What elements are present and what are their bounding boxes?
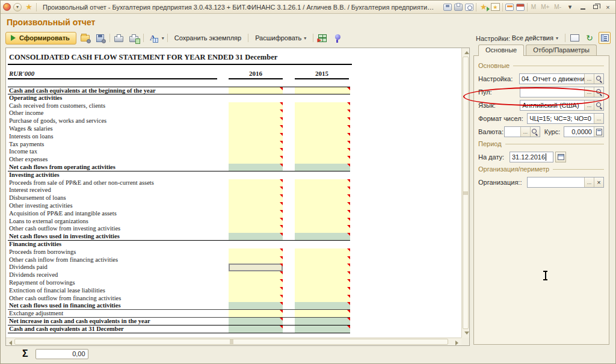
tab-filter-parameters[interactable]: Отбор/Параметры <box>526 45 597 56</box>
value-cell-2016[interactable] <box>229 156 283 164</box>
value-cell-2016[interactable] <box>229 318 283 325</box>
show-favorites-icon[interactable]: ★ <box>491 3 500 11</box>
column-header-2015[interactable]: 2015 <box>295 70 349 79</box>
row-label-cell[interactable]: Interest received <box>8 187 228 194</box>
language-input[interactable]: Английский (США) ... <box>520 100 604 111</box>
row-label-cell[interactable]: Net cash flows from operating activities <box>8 164 228 171</box>
row-label-cell[interactable]: Cash and cash equivalents at 31 December <box>8 325 228 333</box>
vertical-scroll-thumb[interactable] <box>463 57 469 329</box>
add-favorite-icon[interactable]: ★ <box>479 3 488 11</box>
row-label-cell[interactable]: Other cash outflow from investing activi… <box>8 225 228 233</box>
value-cell-2015[interactable] <box>295 310 350 317</box>
value-cell-2016[interactable] <box>229 179 283 187</box>
row-label-cell[interactable]: Cash and cash equivalents at the beginni… <box>8 87 228 94</box>
value-cell-2015[interactable] <box>295 141 350 149</box>
row-label-cell[interactable]: Repayment of borrowings <box>8 279 228 287</box>
print-icon[interactable] <box>113 32 125 44</box>
row-label-cell[interactable]: Wages & salaries <box>8 125 228 133</box>
value-cell-2016[interactable] <box>229 279 283 287</box>
favorites-star-icon[interactable]: ★ <box>24 3 34 11</box>
value-cell-2015[interactable] <box>295 264 350 271</box>
value-cell-2015[interactable] <box>295 110 350 117</box>
value-cell-2015[interactable] <box>295 248 350 256</box>
currency-ellipsis-button[interactable]: ... <box>520 127 530 137</box>
scroll-up-icon[interactable] <box>464 51 469 54</box>
value-cell-2016[interactable] <box>229 233 283 240</box>
value-cell-2015[interactable] <box>295 117 350 125</box>
row-label-cell[interactable]: Exchange adjustment <box>8 310 228 317</box>
memory-mminus-button[interactable]: M- <box>553 4 562 10</box>
format-dropdown-icon[interactable]: ▾ <box>162 35 164 41</box>
row-label-cell[interactable]: Disbursement of loans <box>8 194 228 202</box>
restore-button[interactable] <box>590 2 600 11</box>
horizontal-scrollbar[interactable] <box>6 338 461 345</box>
value-cell-2016[interactable] <box>229 148 283 156</box>
titlebar-dropdown-icon[interactable]: ▾ <box>565 2 575 11</box>
sum-field[interactable]: 0,00 <box>35 349 88 359</box>
row-label-cell[interactable]: Financing activities <box>8 241 228 248</box>
save-instance-button[interactable]: Сохранить экземпляр <box>171 32 245 43</box>
value-cell-2016[interactable] <box>229 87 283 94</box>
row-label-cell[interactable]: Net cash flows used in financing activit… <box>8 302 228 309</box>
value-cell-2016[interactable] <box>229 302 283 309</box>
row-label-cell[interactable]: Tax payments <box>8 141 228 149</box>
organization-input[interactable]: ... × <box>527 177 604 188</box>
main-menu-button[interactable]: ▾ <box>13 3 22 11</box>
value-cell-2016[interactable] <box>229 187 283 194</box>
row-label-cell[interactable]: Income tax <box>8 148 228 156</box>
value-cell-2016[interactable] <box>229 194 283 202</box>
pool-input[interactable]: ... <box>520 87 604 97</box>
value-cell-2016[interactable] <box>229 218 283 226</box>
currency-search-icon[interactable] <box>530 127 540 137</box>
value-cell-2015[interactable] <box>295 148 350 156</box>
setting-ellipsis-button[interactable]: ... <box>584 74 594 84</box>
value-cell-2016[interactable] <box>229 248 283 256</box>
titlebar-print-icon[interactable] <box>454 4 463 11</box>
value-cell-2015[interactable] <box>295 187 350 194</box>
value-cell-2016[interactable] <box>229 295 283 303</box>
value-cell-2016[interactable] <box>229 117 283 125</box>
row-label-cell[interactable]: Other investing activities <box>8 202 228 210</box>
save-settings-icon[interactable] <box>94 32 106 44</box>
value-cell-2016[interactable] <box>229 287 283 295</box>
value-cell-2015[interactable] <box>295 225 350 233</box>
value-cell-2016[interactable] <box>229 164 283 171</box>
row-label-cell[interactable]: Proceeds from borrowings <box>8 248 228 256</box>
row-label-cell[interactable]: Other cash outflow from financing activi… <box>8 295 228 303</box>
pool-ellipsis-button[interactable]: ... <box>584 87 594 97</box>
row-label-cell[interactable]: Interests on loans <box>8 133 228 141</box>
value-cell-2015[interactable] <box>295 164 350 171</box>
value-cell-2015[interactable] <box>295 295 350 303</box>
calendar-icon[interactable] <box>516 4 525 11</box>
row-label-cell[interactable]: Acquisition of PP&E and intangible asset… <box>8 210 228 218</box>
column-header-2016[interactable]: 2016 <box>229 70 283 79</box>
value-cell-2015[interactable] <box>295 325 350 333</box>
value-cell-2016[interactable] <box>229 133 283 141</box>
rate-input[interactable]: 0,0000 <box>564 126 604 137</box>
report-title[interactable]: CONSOLIDATED CASH FLOW STATEMENT FOR YEA… <box>8 52 352 65</box>
row-label-cell[interactable]: Investing activities <box>8 171 228 179</box>
organization-ellipsis-button[interactable]: ... <box>584 177 594 187</box>
row-label-cell[interactable]: Loans to external organizations <box>8 218 228 226</box>
horizontal-scroll-thumb[interactable] <box>14 339 448 345</box>
value-cell-2015[interactable] <box>295 102 350 110</box>
row-label-cell[interactable]: Other cash inflow from financing activit… <box>8 256 228 264</box>
vertical-scrollbar[interactable] <box>461 48 469 338</box>
value-cell-2016[interactable] <box>229 110 283 117</box>
value-cell-2016[interactable] <box>229 325 283 333</box>
format-font-icon[interactable]: A <box>147 32 159 44</box>
currency-input[interactable]: ... <box>504 126 540 137</box>
scroll-right-icon[interactable] <box>455 341 458 345</box>
value-cell-2015[interactable] <box>295 256 350 264</box>
row-label-cell[interactable]: Net increase in cash and cash equivalent… <box>8 318 228 325</box>
row-label-cell[interactable]: Cash received from customers, clients <box>8 102 228 110</box>
generate-button[interactable]: Сформировать <box>5 32 76 45</box>
value-cell-2016[interactable] <box>229 125 283 133</box>
value-cell-2015[interactable] <box>295 87 350 94</box>
value-cell-2015[interactable] <box>295 156 350 164</box>
language-ellipsis-button[interactable]: ... <box>584 100 594 110</box>
on-date-input[interactable]: 31.12.2016 <box>510 152 553 162</box>
value-cell-2015[interactable] <box>295 279 350 287</box>
tab-main[interactable]: Основные <box>478 45 524 56</box>
value-cell-2016[interactable] <box>229 141 283 149</box>
